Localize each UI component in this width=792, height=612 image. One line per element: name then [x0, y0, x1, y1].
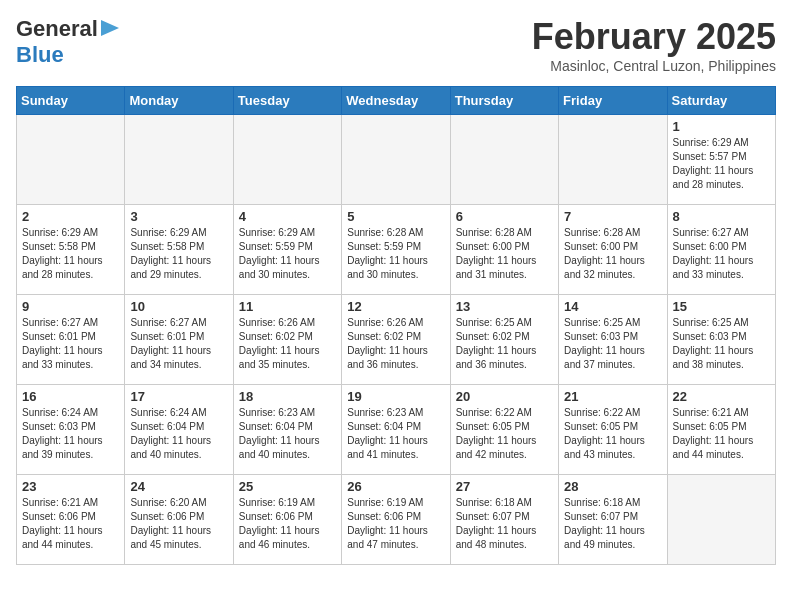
day-number: 23 [22, 479, 119, 494]
day-info: Sunrise: 6:21 AM Sunset: 6:06 PM Dayligh… [22, 496, 119, 552]
day-info: Sunrise: 6:24 AM Sunset: 6:03 PM Dayligh… [22, 406, 119, 462]
calendar-cell: 21Sunrise: 6:22 AM Sunset: 6:05 PM Dayli… [559, 385, 667, 475]
calendar-cell: 4Sunrise: 6:29 AM Sunset: 5:59 PM Daylig… [233, 205, 341, 295]
day-info: Sunrise: 6:25 AM Sunset: 6:02 PM Dayligh… [456, 316, 553, 372]
logo-blue: Blue [16, 42, 64, 67]
calendar-cell: 11Sunrise: 6:26 AM Sunset: 6:02 PM Dayli… [233, 295, 341, 385]
day-number: 10 [130, 299, 227, 314]
day-number: 24 [130, 479, 227, 494]
day-info: Sunrise: 6:25 AM Sunset: 6:03 PM Dayligh… [564, 316, 661, 372]
day-number: 25 [239, 479, 336, 494]
day-info: Sunrise: 6:18 AM Sunset: 6:07 PM Dayligh… [564, 496, 661, 552]
calendar-cell: 6Sunrise: 6:28 AM Sunset: 6:00 PM Daylig… [450, 205, 558, 295]
weekday-header-tuesday: Tuesday [233, 87, 341, 115]
day-number: 22 [673, 389, 770, 404]
day-info: Sunrise: 6:23 AM Sunset: 6:04 PM Dayligh… [239, 406, 336, 462]
calendar-cell: 3Sunrise: 6:29 AM Sunset: 5:58 PM Daylig… [125, 205, 233, 295]
calendar-cell: 26Sunrise: 6:19 AM Sunset: 6:06 PM Dayli… [342, 475, 450, 565]
day-info: Sunrise: 6:22 AM Sunset: 6:05 PM Dayligh… [456, 406, 553, 462]
calendar-cell: 14Sunrise: 6:25 AM Sunset: 6:03 PM Dayli… [559, 295, 667, 385]
day-info: Sunrise: 6:27 AM Sunset: 6:01 PM Dayligh… [22, 316, 119, 372]
calendar-cell: 10Sunrise: 6:27 AM Sunset: 6:01 PM Dayli… [125, 295, 233, 385]
calendar-cell [667, 475, 775, 565]
day-info: Sunrise: 6:18 AM Sunset: 6:07 PM Dayligh… [456, 496, 553, 552]
page-header: General Blue February 2025 Masinloc, Cen… [16, 16, 776, 74]
calendar-cell: 24Sunrise: 6:20 AM Sunset: 6:06 PM Dayli… [125, 475, 233, 565]
day-info: Sunrise: 6:20 AM Sunset: 6:06 PM Dayligh… [130, 496, 227, 552]
calendar-cell: 19Sunrise: 6:23 AM Sunset: 6:04 PM Dayli… [342, 385, 450, 475]
calendar-week-3: 9Sunrise: 6:27 AM Sunset: 6:01 PM Daylig… [17, 295, 776, 385]
day-info: Sunrise: 6:23 AM Sunset: 6:04 PM Dayligh… [347, 406, 444, 462]
calendar-cell [342, 115, 450, 205]
day-info: Sunrise: 6:29 AM Sunset: 5:58 PM Dayligh… [22, 226, 119, 282]
weekday-header-wednesday: Wednesday [342, 87, 450, 115]
day-number: 2 [22, 209, 119, 224]
calendar-cell: 1Sunrise: 6:29 AM Sunset: 5:57 PM Daylig… [667, 115, 775, 205]
calendar-cell [17, 115, 125, 205]
day-number: 9 [22, 299, 119, 314]
calendar-cell: 22Sunrise: 6:21 AM Sunset: 6:05 PM Dayli… [667, 385, 775, 475]
logo: General Blue [16, 16, 119, 68]
day-number: 12 [347, 299, 444, 314]
day-number: 27 [456, 479, 553, 494]
day-info: Sunrise: 6:19 AM Sunset: 6:06 PM Dayligh… [347, 496, 444, 552]
calendar-cell [233, 115, 341, 205]
day-info: Sunrise: 6:28 AM Sunset: 6:00 PM Dayligh… [456, 226, 553, 282]
day-info: Sunrise: 6:28 AM Sunset: 6:00 PM Dayligh… [564, 226, 661, 282]
day-number: 3 [130, 209, 227, 224]
weekday-header-monday: Monday [125, 87, 233, 115]
calendar-body: 1Sunrise: 6:29 AM Sunset: 5:57 PM Daylig… [17, 115, 776, 565]
calendar-cell: 23Sunrise: 6:21 AM Sunset: 6:06 PM Dayli… [17, 475, 125, 565]
day-info: Sunrise: 6:26 AM Sunset: 6:02 PM Dayligh… [239, 316, 336, 372]
calendar-cell: 27Sunrise: 6:18 AM Sunset: 6:07 PM Dayli… [450, 475, 558, 565]
day-number: 28 [564, 479, 661, 494]
weekday-header-friday: Friday [559, 87, 667, 115]
calendar-cell: 9Sunrise: 6:27 AM Sunset: 6:01 PM Daylig… [17, 295, 125, 385]
weekday-header-saturday: Saturday [667, 87, 775, 115]
day-info: Sunrise: 6:27 AM Sunset: 6:00 PM Dayligh… [673, 226, 770, 282]
calendar-cell [450, 115, 558, 205]
calendar-table: SundayMondayTuesdayWednesdayThursdayFrid… [16, 86, 776, 565]
day-info: Sunrise: 6:22 AM Sunset: 6:05 PM Dayligh… [564, 406, 661, 462]
calendar-cell [125, 115, 233, 205]
day-number: 4 [239, 209, 336, 224]
weekday-header-thursday: Thursday [450, 87, 558, 115]
day-number: 19 [347, 389, 444, 404]
day-info: Sunrise: 6:24 AM Sunset: 6:04 PM Dayligh… [130, 406, 227, 462]
day-number: 11 [239, 299, 336, 314]
location-subtitle: Masinloc, Central Luzon, Philippines [532, 58, 776, 74]
calendar-week-1: 1Sunrise: 6:29 AM Sunset: 5:57 PM Daylig… [17, 115, 776, 205]
calendar-cell: 15Sunrise: 6:25 AM Sunset: 6:03 PM Dayli… [667, 295, 775, 385]
day-info: Sunrise: 6:29 AM Sunset: 5:57 PM Dayligh… [673, 136, 770, 192]
calendar-cell: 25Sunrise: 6:19 AM Sunset: 6:06 PM Dayli… [233, 475, 341, 565]
month-year-title: February 2025 [532, 16, 776, 58]
calendar-cell: 17Sunrise: 6:24 AM Sunset: 6:04 PM Dayli… [125, 385, 233, 475]
day-info: Sunrise: 6:28 AM Sunset: 5:59 PM Dayligh… [347, 226, 444, 282]
logo-general: General [16, 16, 98, 42]
day-number: 26 [347, 479, 444, 494]
day-number: 6 [456, 209, 553, 224]
day-info: Sunrise: 6:26 AM Sunset: 6:02 PM Dayligh… [347, 316, 444, 372]
calendar-cell: 18Sunrise: 6:23 AM Sunset: 6:04 PM Dayli… [233, 385, 341, 475]
day-info: Sunrise: 6:29 AM Sunset: 5:59 PM Dayligh… [239, 226, 336, 282]
calendar-cell: 7Sunrise: 6:28 AM Sunset: 6:00 PM Daylig… [559, 205, 667, 295]
calendar-cell [559, 115, 667, 205]
day-number: 18 [239, 389, 336, 404]
day-number: 7 [564, 209, 661, 224]
calendar-week-2: 2Sunrise: 6:29 AM Sunset: 5:58 PM Daylig… [17, 205, 776, 295]
day-number: 5 [347, 209, 444, 224]
calendar-cell: 12Sunrise: 6:26 AM Sunset: 6:02 PM Dayli… [342, 295, 450, 385]
day-number: 1 [673, 119, 770, 134]
calendar-week-5: 23Sunrise: 6:21 AM Sunset: 6:06 PM Dayli… [17, 475, 776, 565]
day-info: Sunrise: 6:25 AM Sunset: 6:03 PM Dayligh… [673, 316, 770, 372]
day-number: 16 [22, 389, 119, 404]
calendar-cell: 5Sunrise: 6:28 AM Sunset: 5:59 PM Daylig… [342, 205, 450, 295]
day-number: 15 [673, 299, 770, 314]
calendar-cell: 20Sunrise: 6:22 AM Sunset: 6:05 PM Dayli… [450, 385, 558, 475]
logo-arrow-icon [101, 20, 119, 40]
calendar-header: SundayMondayTuesdayWednesdayThursdayFrid… [17, 87, 776, 115]
day-number: 8 [673, 209, 770, 224]
day-number: 14 [564, 299, 661, 314]
day-info: Sunrise: 6:19 AM Sunset: 6:06 PM Dayligh… [239, 496, 336, 552]
calendar-week-4: 16Sunrise: 6:24 AM Sunset: 6:03 PM Dayli… [17, 385, 776, 475]
